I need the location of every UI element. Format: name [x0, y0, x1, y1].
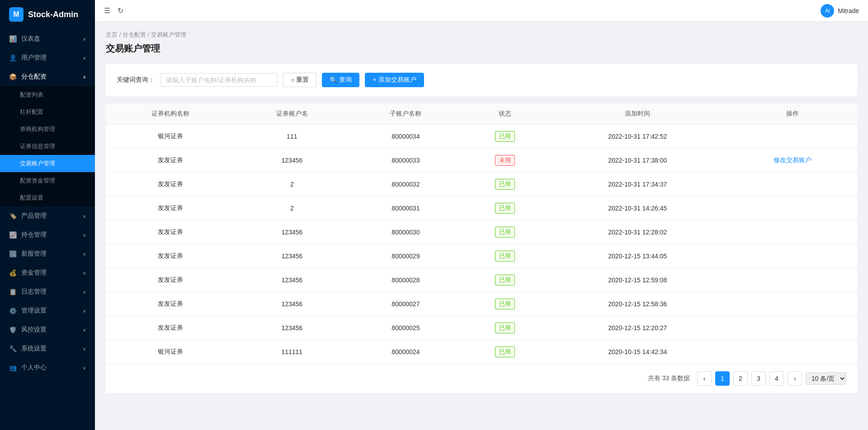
cell-broker: 发发证券: [106, 316, 235, 340]
cell-broker: 发发证券: [106, 292, 235, 316]
page-title: 交易账户管理: [106, 42, 857, 55]
menu-toggle-icon[interactable]: ☰: [104, 6, 110, 15]
cell-account: 123456: [235, 268, 349, 292]
edit-account-link[interactable]: 修改交易账户: [774, 156, 811, 164]
sidebar-item-ipo-mgmt[interactable]: 🔢新股管理 ∨: [0, 244, 95, 263]
cell-sub-account: 80000025: [349, 316, 463, 340]
app-logo: M Stock-Admin: [0, 0, 95, 29]
col-action: 操作: [728, 103, 857, 125]
pagination-page-3[interactable]: 3: [751, 371, 766, 386]
logo-icon: M: [9, 7, 24, 22]
cell-status: 已用: [462, 340, 547, 364]
search-button[interactable]: 🔍 查询: [322, 73, 359, 87]
cell-action: [728, 340, 857, 364]
cell-action: [728, 173, 857, 196]
reset-button[interactable]: ○ 重置: [283, 73, 316, 87]
cell-time: 2022-10-31 17:34:37: [547, 173, 727, 196]
cell-time: 2020-10-15 14:42:34: [547, 340, 727, 364]
chevron-down-icon: ∨: [83, 37, 86, 42]
status-badge: 已用: [495, 131, 515, 142]
cell-time: 2022-10-31 17:42:52: [547, 125, 727, 149]
main-content: ☰ ↻ Ai Mitrade 主页 / 分仓配资 / 交易账户管理 交易账户管理…: [95, 0, 868, 430]
sidebar-item-mgmt-settings[interactable]: ⚙️管理设置 ∨: [0, 301, 95, 320]
topbar-left: ☰ ↻: [104, 6, 123, 15]
refresh-icon[interactable]: ↻: [118, 6, 123, 15]
cell-action: [728, 196, 857, 220]
cell-action: [728, 268, 857, 292]
breadcrumb-allocation[interactable]: 分仓配资: [123, 31, 146, 38]
chevron-down-icon: ∨: [83, 365, 86, 370]
add-account-button[interactable]: + 添加交易账户: [365, 73, 424, 87]
chevron-down-icon: ∨: [83, 271, 86, 276]
topbar: ☰ ↻ Ai Mitrade: [95, 0, 868, 22]
cell-broker: 银河证券: [106, 340, 235, 364]
cell-broker: 发发证券: [106, 268, 235, 292]
pagination-page-4[interactable]: 4: [769, 371, 784, 386]
cell-status: 已用: [462, 173, 547, 196]
sidebar-item-position-mgmt[interactable]: 📈持仓管理 ∨: [0, 225, 95, 244]
sidebar-item-system-settings[interactable]: 🔧系统设置 ∨: [0, 339, 95, 358]
status-badge: 已用: [495, 179, 515, 190]
page-size-select[interactable]: 10 条/页 20 条/页 50 条/页: [806, 372, 846, 385]
sidebar: M Stock-Admin 📊仪表盘 ∨ 👤用户管理 ∨ 📦分仓配资 ∧ 配资列…: [0, 0, 95, 430]
cell-action: [728, 316, 857, 340]
sidebar-item-dashboard[interactable]: 📊仪表盘 ∨: [0, 29, 95, 48]
breadcrumb-home[interactable]: 主页: [106, 31, 118, 38]
table-row: 发发证券 2 80000031 已用 2022-10-31 14:26:45: [106, 196, 857, 220]
cell-status: 已用: [462, 292, 547, 316]
status-badge: 已用: [495, 346, 515, 357]
cell-account: 111111: [235, 340, 349, 364]
search-input[interactable]: [160, 73, 278, 87]
username: Mitrade: [838, 7, 859, 14]
sidebar-item-leverage-config[interactable]: 杠杆配置: [0, 103, 95, 121]
sidebar-item-alloc-list[interactable]: 配资列表: [0, 86, 95, 103]
sidebar-item-alloc-settings[interactable]: 配置设置: [0, 189, 95, 206]
sidebar-item-alloc-funds[interactable]: 配资资金管理: [0, 172, 95, 189]
cell-time: 2022-10-31 14:26:45: [547, 196, 727, 220]
sidebar-item-risk-settings[interactable]: 🛡️风控设置 ∨: [0, 320, 95, 339]
cell-sub-account: 80000033: [349, 149, 463, 173]
sidebar-item-product-mgmt[interactable]: 🏷️产品管理 ∨: [0, 206, 95, 225]
chevron-down-icon: ∨: [83, 233, 86, 238]
sidebar-item-log-mgmt[interactable]: 📋日志管理 ∨: [0, 282, 95, 301]
cell-sub-account: 80000031: [349, 196, 463, 220]
cell-account: 2: [235, 173, 349, 196]
topbar-right: Ai Mitrade: [821, 4, 859, 18]
sidebar-item-securities-info[interactable]: 证券信息管理: [0, 138, 95, 155]
sidebar-item-fund-mgmt[interactable]: 💰资金管理 ∨: [0, 263, 95, 282]
cell-status: 已用: [462, 196, 547, 220]
submenu-allocation: 配资列表 杠杆配置 券商机构管理 证券信息管理 交易账户管理 配资资金管理 配置…: [0, 86, 95, 206]
cell-sub-account: 80000032: [349, 173, 463, 196]
breadcrumb: 主页 / 分仓配资 / 交易账户管理: [106, 31, 857, 39]
cell-action[interactable]: 修改交易账户: [728, 149, 857, 173]
sidebar-item-broker-mgmt[interactable]: 券商机构管理: [0, 121, 95, 138]
cell-sub-account: 80000030: [349, 220, 463, 244]
cell-time: 2020-12-15 12:58:36: [547, 292, 727, 316]
chevron-down-icon: ∨: [83, 327, 86, 332]
sidebar-item-allocation[interactable]: 📦分仓配资 ∧: [0, 67, 95, 86]
sidebar-item-user-mgmt[interactable]: 👤用户管理 ∨: [0, 48, 95, 67]
pagination-next[interactable]: ›: [788, 371, 802, 386]
table-row: 发发证券 123456 80000029 已用 2020-12-15 13:44…: [106, 244, 857, 268]
chevron-down-icon: ∨: [83, 56, 86, 61]
pagination-page-2[interactable]: 2: [733, 371, 748, 386]
pagination-page-1[interactable]: 1: [715, 371, 730, 386]
status-badge: 已用: [495, 299, 515, 309]
filter-label: 关键词查询：: [117, 76, 155, 84]
col-status: 状态: [462, 103, 547, 125]
cell-sub-account: 80000029: [349, 244, 463, 268]
status-badge: 已用: [495, 251, 515, 262]
chevron-up-icon: ∧: [83, 75, 86, 79]
data-table: 证券机构名称 证券账户名 子账户名称 状态 添加时间 操作 银河证券 111 8…: [106, 103, 857, 364]
col-account: 证券账户名: [235, 103, 349, 125]
table-row: 发发证券 123456 80000030 已用 2022-10-31 12:28…: [106, 220, 857, 244]
status-badge: 未用: [495, 155, 515, 166]
cell-broker: 发发证券: [106, 244, 235, 268]
table-row: 发发证券 123456 80000027 已用 2020-12-15 12:58…: [106, 292, 857, 316]
table-row: 银河证券 111 80000034 已用 2022-10-31 17:42:52: [106, 125, 857, 149]
sidebar-item-person-center[interactable]: 👥个人中心 ∨: [0, 358, 95, 377]
cell-time: 2022-10-31 17:38:00: [547, 149, 727, 173]
pagination-prev[interactable]: ‹: [697, 371, 712, 386]
sidebar-item-trade-account[interactable]: 交易账户管理: [0, 155, 95, 172]
search-icon: 🔍: [330, 76, 337, 84]
